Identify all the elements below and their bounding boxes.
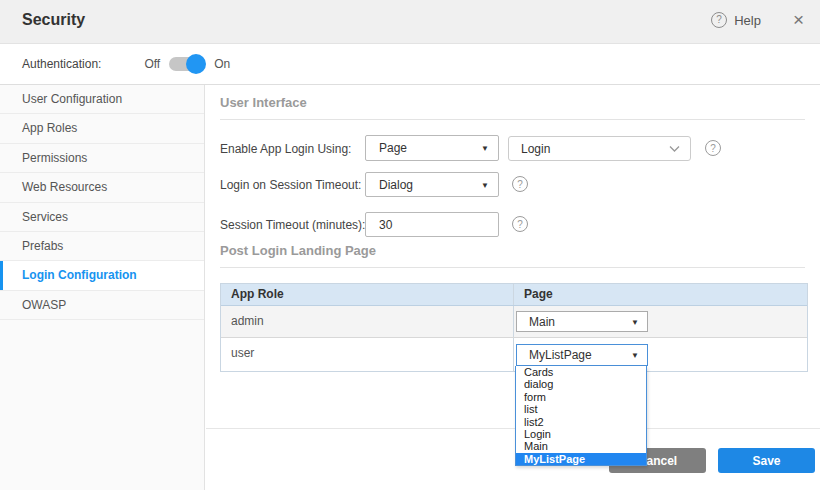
column-header-app-role: App Role <box>221 284 514 305</box>
sidebar-item-prefabs[interactable]: Prefabs <box>0 232 204 261</box>
authentication-label: Authentication: <box>22 57 101 71</box>
dropdown-arrow-icon: ▼ <box>481 144 489 153</box>
help-icon[interactable]: ? <box>711 12 727 28</box>
dropdown-arrow-icon: ▼ <box>631 351 639 360</box>
toggle-off-label: Off <box>144 57 160 71</box>
chevron-down-icon <box>669 145 680 152</box>
post-login-table: App Role Page admin Main ▼ user MyListPa… <box>220 283 808 372</box>
security-dialog: Security ? Help × Authentication: Off On… <box>0 0 820 490</box>
help-icon[interactable]: ? <box>512 216 528 232</box>
dropdown-option-selected[interactable]: MyListPage <box>516 453 646 465</box>
titlebar-actions: ? Help × <box>711 12 804 28</box>
authentication-bar: Authentication: Off On <box>0 44 820 85</box>
session-timeout-mode-select[interactable]: Dialog ▼ <box>365 172 499 197</box>
user-page-select[interactable]: MyListPage ▼ <box>516 344 648 366</box>
page-title: Security <box>22 11 85 29</box>
close-icon[interactable]: × <box>793 12 804 28</box>
login-page-combobox[interactable]: Login <box>508 136 691 161</box>
dropdown-arrow-icon: ▼ <box>481 180 489 189</box>
dropdown-option[interactable]: form <box>516 391 646 403</box>
toggle-knob-icon <box>186 54 206 74</box>
help-icon[interactable]: ? <box>705 140 721 156</box>
dropdown-option[interactable]: list2 <box>516 416 646 428</box>
sidebar-item-app-roles[interactable]: App Roles <box>0 114 204 143</box>
admin-page-select[interactable]: Main ▼ <box>516 311 648 332</box>
column-header-page: Page <box>514 284 807 305</box>
dropdown-option[interactable]: list <box>516 403 646 415</box>
section-title-user-interface: User Interface <box>220 95 805 120</box>
table-row: admin Main ▼ <box>221 306 807 338</box>
sidebar-item-owasp[interactable]: OWASP <box>0 291 204 320</box>
sidebar-item-login-configuration[interactable]: Login Configuration <box>0 261 204 290</box>
dropdown-option[interactable]: Login <box>516 428 646 440</box>
section-title-post-login: Post Login Landing Page <box>220 243 805 268</box>
sidebar-item-permissions[interactable]: Permissions <box>0 144 204 173</box>
settings-sidebar: User Configuration App Roles Permissions… <box>0 85 205 490</box>
dropdown-option[interactable]: Main <box>516 440 646 452</box>
help-icon[interactable]: ? <box>512 176 528 192</box>
session-timeout-minutes-label: Session Timeout (minutes): <box>220 218 365 232</box>
table-row: user MyListPage ▼ <box>221 338 807 371</box>
authentication-toggle[interactable] <box>169 57 204 71</box>
sidebar-item-services[interactable]: Services <box>0 203 204 232</box>
dropdown-arrow-icon: ▼ <box>631 317 639 326</box>
table-header-row: App Role Page <box>221 284 807 306</box>
dropdown-option[interactable]: dialog <box>516 378 646 390</box>
page-dropdown-list: Cards dialog form list list2 Login Main … <box>515 366 647 466</box>
enable-app-login-label: Enable App Login Using: <box>220 142 351 156</box>
app-role-cell: user <box>221 338 514 371</box>
save-button[interactable]: Save <box>718 448 815 473</box>
help-link[interactable]: Help <box>734 13 761 28</box>
footer-divider <box>206 428 820 429</box>
login-session-timeout-label: Login on Session Timeout: <box>220 178 361 192</box>
sidebar-item-user-configuration[interactable]: User Configuration <box>0 85 204 114</box>
sidebar-item-web-resources[interactable]: Web Resources <box>0 173 204 202</box>
session-timeout-input[interactable] <box>365 212 499 237</box>
title-bar: Security ? Help × <box>0 0 820 44</box>
login-type-select[interactable]: Page ▼ <box>365 135 499 161</box>
login-configuration-panel: User Interface Enable App Login Using: P… <box>206 85 820 490</box>
app-role-cell: admin <box>221 306 514 337</box>
toggle-on-label: On <box>214 57 230 71</box>
dropdown-option[interactable]: Cards <box>516 366 646 378</box>
